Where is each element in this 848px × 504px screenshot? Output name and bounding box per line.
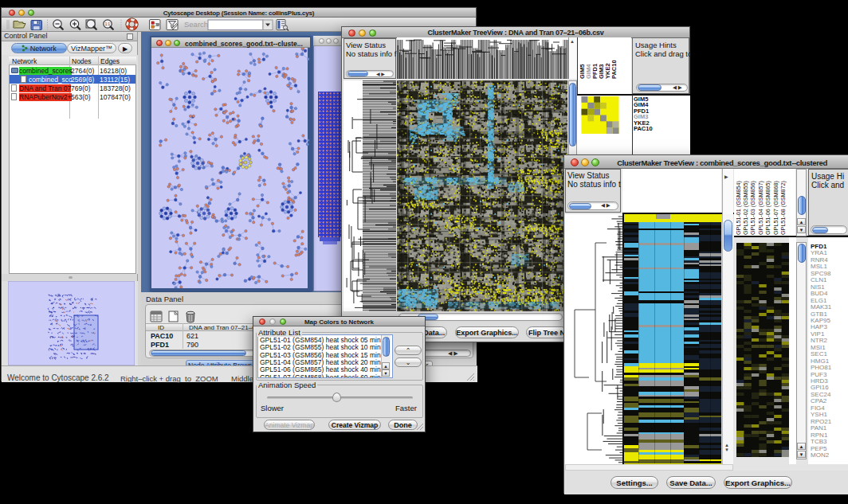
svg-text:GPL51-01 (GSM854): GPL51-01 (GSM854) xyxy=(735,181,742,235)
svg-text:PAC10: PAC10 xyxy=(610,60,618,79)
svg-text:GPL51-04 (GSM857): GPL51-04 (GSM857) xyxy=(757,181,764,235)
svg-text:GPL51-02 (GSM855): GPL51-02 (GSM855) xyxy=(742,181,749,235)
svg-text:1:1: 1:1 xyxy=(105,22,111,26)
svg-text:Search:: Search: xyxy=(184,20,210,29)
svg-text:GPL51-06 (GSM865): GPL51-06 (GSM865) xyxy=(764,181,771,235)
svg-text:GPL51-03 (GSM856): GPL51-03 (GSM856) xyxy=(749,181,756,235)
svg-text:GPL51-08 (GSM872): GPL51-08 (GSM872) xyxy=(779,181,787,235)
svg-text:GPL51-07 (GSM868): GPL51-07 (GSM868) xyxy=(772,181,779,235)
